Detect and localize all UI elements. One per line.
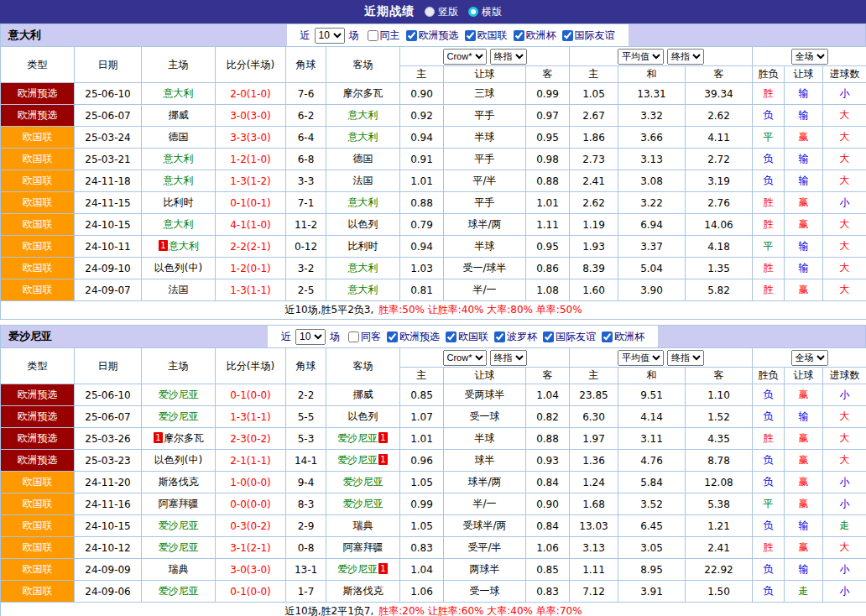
filter-checkbox-input[interactable] <box>348 331 359 342</box>
home-team[interactable]: 1法国1 <box>142 279 216 301</box>
layout-horizontal-option[interactable]: 横版 <box>468 5 502 19</box>
league-filter-checkbox[interactable]: 同主 <box>368 29 400 43</box>
home-team[interactable]: 1瑞典1 <box>142 559 216 581</box>
handicap-result-cell: 输 <box>785 406 823 428</box>
recent-count-select[interactable]: 10 <box>315 28 345 44</box>
average-select[interactable]: 平均值 <box>618 49 664 65</box>
away-team[interactable]: 1以色列1 <box>326 406 400 428</box>
league-filter-checkbox[interactable]: 欧洲预选 <box>406 29 459 43</box>
match-row: 欧国联 25-03-24 1德国1 3-3(3-0) 6-4 1意大利1 0.9… <box>1 127 866 149</box>
league-filter-checkbox[interactable]: 国际友谊 <box>562 29 615 43</box>
filter-checkbox-input[interactable] <box>494 331 505 342</box>
match-date: 24-10-15 <box>75 214 142 236</box>
away-team[interactable]: 1爱沙尼亚1 <box>326 493 400 515</box>
away-team[interactable]: 1意大利1 <box>326 192 400 214</box>
home-team[interactable]: 1爱沙尼亚1 <box>142 384 216 406</box>
scope-select[interactable]: 全场 <box>791 49 828 65</box>
average-select[interactable]: 平均值 <box>618 350 664 366</box>
away-team[interactable]: 1挪威1 <box>326 384 400 406</box>
euro-away-odds: 3.19 <box>686 170 753 192</box>
home-team[interactable]: 1意大利1 <box>142 236 216 258</box>
filter-label: 欧国联 <box>477 29 508 43</box>
home-team[interactable]: 1意大利1 <box>142 83 216 105</box>
away-team[interactable]: 1比利时1 <box>326 236 400 258</box>
away-team[interactable]: 1德国1 <box>326 149 400 170</box>
away-team[interactable]: 1意大利1 <box>326 258 400 279</box>
team-name-text: 斯洛伐克 <box>343 585 383 597</box>
away-team[interactable]: 1爱沙尼亚1 <box>326 472 400 493</box>
league-filter-checkbox[interactable]: 欧国联 <box>446 330 488 344</box>
scope-select[interactable]: 全场 <box>791 350 828 366</box>
home-team[interactable]: 1摩尔多瓦1 <box>142 428 216 450</box>
team-name-text: 以色列 <box>348 218 378 230</box>
euro-away-odds: 4.18 <box>686 236 753 258</box>
league-filter-checkbox[interactable]: 国际友谊 <box>543 330 596 344</box>
home-team[interactable]: 1爱沙尼亚1 <box>142 581 216 603</box>
home-team[interactable]: 1比利时1 <box>142 192 216 214</box>
filter-checkbox-input[interactable] <box>387 331 398 342</box>
away-team[interactable]: 1摩尔多瓦1 <box>326 83 400 105</box>
home-team[interactable]: 1意大利1 <box>142 149 216 170</box>
home-team[interactable]: 1阿塞拜疆1 <box>142 493 216 515</box>
away-team[interactable]: 1意大利1 <box>326 105 400 127</box>
recent-count-select[interactable]: 10 <box>295 329 326 345</box>
filter-checkbox-input[interactable] <box>543 331 554 342</box>
bookmaker-select[interactable]: Crow* <box>443 49 487 65</box>
asia-final-select[interactable]: 终指 <box>490 350 527 366</box>
asia-away-odds: 0.90 <box>526 493 570 515</box>
home-team[interactable]: 1爱沙尼亚1 <box>142 515 216 537</box>
col-date: 日期 <box>75 47 142 83</box>
league-filter-checkbox[interactable]: 欧洲预选 <box>387 330 440 344</box>
league-filter-checkbox[interactable]: 欧洲杯 <box>602 330 644 344</box>
match-date: 24-11-20 <box>75 472 142 493</box>
filter-checkbox-input[interactable] <box>446 331 456 342</box>
filter-checkbox-input[interactable] <box>602 331 613 342</box>
home-team[interactable]: 1挪威1 <box>142 105 216 127</box>
away-team[interactable]: 1爱沙尼亚1 <box>326 559 400 581</box>
filter-checkbox-input[interactable] <box>514 30 524 41</box>
filter-checkbox-input[interactable] <box>562 30 573 41</box>
euro-draw-odds: 3.91 <box>618 581 686 603</box>
team-bar: 意大利 近 10 场 同主欧洲预选欧国联欧洲杯国际友谊 <box>0 23 866 46</box>
filter-checkbox-input[interactable] <box>465 30 476 41</box>
asia-away-odds: 0.82 <box>526 406 570 428</box>
bookmaker-select[interactable]: Crow* <box>443 350 487 366</box>
away-team[interactable]: 1爱沙尼亚1 <box>326 428 400 450</box>
corner-count: 13-1 <box>286 559 326 581</box>
filter-checkbox-input[interactable] <box>368 30 378 41</box>
league-filter-checkbox[interactable]: 欧国联 <box>465 29 508 43</box>
euro-final-select[interactable]: 终指 <box>667 49 704 65</box>
home-team[interactable]: 1以色列(中)1 <box>142 258 216 279</box>
team-name-text: 以色列 <box>348 410 378 422</box>
league-filter-checkbox[interactable]: 欧洲杯 <box>514 29 556 43</box>
team-name-text: 意大利 <box>164 175 194 186</box>
away-team[interactable]: 1阿塞拜疆1 <box>326 537 400 559</box>
home-team[interactable]: 1爱沙尼亚1 <box>142 406 216 428</box>
away-team[interactable]: 1爱沙尼亚1 <box>326 450 400 472</box>
away-team[interactable]: 1法国1 <box>326 170 400 192</box>
filter-checkbox-input[interactable] <box>406 30 417 41</box>
away-team[interactable]: 1斯洛伐克1 <box>326 581 400 603</box>
handicap-result-cell: 输 <box>785 170 823 192</box>
col-away: 客场 <box>326 47 400 83</box>
euro-final-select[interactable]: 终指 <box>667 350 704 366</box>
home-team[interactable]: 1斯洛伐克1 <box>142 472 216 493</box>
asia-final-select[interactable]: 终指 <box>490 49 527 65</box>
home-team[interactable]: 1德国1 <box>142 127 216 149</box>
away-team[interactable]: 1瑞典1 <box>326 515 400 537</box>
layout-vertical-option[interactable]: 竖版 <box>425 5 458 19</box>
away-team[interactable]: 1意大利1 <box>326 279 400 301</box>
col-type: 类型 <box>1 348 75 384</box>
home-team[interactable]: 1以色列(中)1 <box>142 450 216 472</box>
home-team[interactable]: 1爱沙尼亚1 <box>142 537 216 559</box>
home-team[interactable]: 1意大利1 <box>142 214 216 236</box>
away-team[interactable]: 1以色列1 <box>326 214 400 236</box>
goals-result-cell: 小 <box>823 472 866 493</box>
home-team[interactable]: 1意大利1 <box>142 170 216 192</box>
match-score: 3-1(2-1) <box>216 537 286 559</box>
league-filter-checkbox[interactable]: 同客 <box>348 330 381 344</box>
league-filter-checkbox[interactable]: 波罗杯 <box>494 330 537 344</box>
away-team[interactable]: 1意大利1 <box>326 127 400 149</box>
euro-home-odds: 23.85 <box>570 384 618 406</box>
filter-label: 同主 <box>380 29 400 43</box>
